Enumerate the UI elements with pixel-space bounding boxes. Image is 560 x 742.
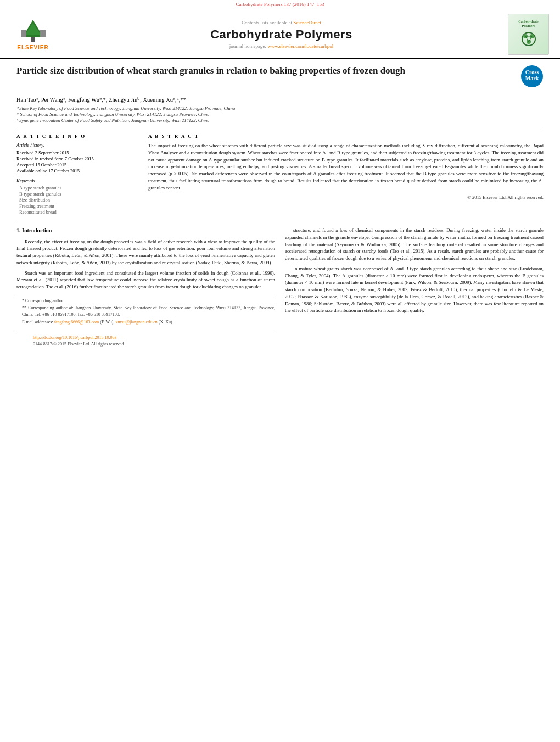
footnote-star: * Corresponding author. <box>22 298 275 304</box>
history-label: Article history: <box>16 142 137 148</box>
affiliation-a: ᵃ State Key laboratory of Food Science a… <box>16 105 544 111</box>
abstract-heading: A B S T R A C T <box>148 133 544 139</box>
keyword-3: Size distribution <box>19 197 137 203</box>
authors-text: Han Taoᵃ, Pei Wangᵃ, Fengfeng Wuᵃ,*, Zhe… <box>16 97 186 103</box>
issn-line: 0144-8617/© 2015 Elsevier Ltd. All right… <box>33 341 259 348</box>
divider-1 <box>16 129 544 129</box>
contents-label: Contents lists available at <box>242 20 292 25</box>
received-date: Received 2 September 2015 <box>16 150 137 155</box>
body-columns: 1. Introduction Recently, the effect of … <box>16 227 544 350</box>
svg-marker-2 <box>25 23 41 35</box>
journal-header-center: Contents lists available at ScienceDirec… <box>55 20 508 49</box>
email1-link[interactable]: fengfeng.6666@163.com <box>54 320 99 325</box>
elsevier-tree-logo <box>18 19 48 43</box>
affiliation-c: ᶜ Synergetic Innovation Center of Food S… <box>16 118 544 123</box>
page: Carbohydrate Polymers 137 (2016) 147–153… <box>0 0 560 742</box>
volume-info-text: Carbohydrate Polymers 137 (2016) 147–153 <box>236 2 324 7</box>
svg-rect-3 <box>21 30 26 37</box>
abstract-text: The impact of freezing on the wheat star… <box>148 142 544 191</box>
sciencedirect-link[interactable]: ScienceDirect <box>294 20 321 25</box>
divider-2 <box>16 221 544 221</box>
article-info-col: A R T I C L E I N F O Article history: R… <box>16 133 137 215</box>
keywords-section: Keywords: A-type starch granules B-type … <box>16 178 137 215</box>
received-revised-date: Received in revised form 7 October 2015 <box>16 156 137 161</box>
journal-logo-text: CarbohydratePolymers <box>518 20 540 48</box>
email-label: E-mail addresses: <box>22 320 53 325</box>
doi-link[interactable]: http://dx.doi.org/10.1016/j.carbpol.2015… <box>33 335 117 340</box>
email2-link[interactable]: xmxu@jiangnan.edu.cn <box>115 320 157 325</box>
keyword-2: B-type starch granules <box>19 191 137 197</box>
journal-homepage: journal homepage: www.elsevier.com/locat… <box>55 43 508 49</box>
homepage-label: journal homepage: <box>229 43 266 49</box>
article-title-section: Particle size distribution of wheat star… <box>16 65 544 92</box>
keyword-1: A-type starch granules <box>19 185 137 191</box>
footnotes: * Corresponding author. ** Corresponding… <box>16 295 275 325</box>
keywords-list: A-type starch granules B-type starch gra… <box>16 185 137 215</box>
article-footer: http://dx.doi.org/10.1016/j.carbpol.2015… <box>16 331 275 350</box>
col2-para1: structure, and found a loss of chemical … <box>285 227 544 262</box>
crossmark-logo: Cross Mark <box>520 65 544 89</box>
journal-name: Carbohydrate Polymers <box>55 27 508 42</box>
keywords-heading: Keywords: <box>16 178 137 183</box>
svg-text:Cross: Cross <box>525 69 539 75</box>
keyword-5: Reconstituted bread <box>19 209 137 215</box>
journal-cover-logo: CarbohydratePolymers <box>508 14 549 55</box>
email-line: E-mail addresses: fengfeng.6666@163.com … <box>22 319 275 326</box>
sciencedirect-line: Contents lists available at ScienceDirec… <box>55 20 508 25</box>
body-col-right: structure, and found a loss of chemical … <box>285 227 544 350</box>
article-history: Received 2 September 2015 Received in re… <box>16 150 137 174</box>
authors-line: Han Taoᵃ, Pei Wangᵃ, Fengfeng Wuᵃ,*, Zhe… <box>16 96 544 103</box>
footnote-double-star: ** Corresponding author at: Jiangnan Uni… <box>22 305 275 317</box>
affiliations: ᵃ State Key laboratory of Food Science a… <box>16 105 544 123</box>
accepted-date: Accepted 15 October 2015 <box>16 162 137 168</box>
section1-title: 1. Introduction <box>16 227 275 235</box>
section1-para1: Recently, the effect of freezing on the … <box>16 238 275 266</box>
homepage-url[interactable]: www.elsevier.com/locate/carbpol <box>267 43 333 49</box>
info-abstract-cols: A R T I C L E I N F O Article history: R… <box>16 133 544 215</box>
svg-rect-4 <box>40 30 46 37</box>
keyword-4: Freezing treatment <box>19 203 137 209</box>
email1-name: (F. Wu), <box>100 320 114 325</box>
body-col-left: 1. Introduction Recently, the effect of … <box>16 227 275 350</box>
elsevier-label: ELSEVIER <box>17 44 48 51</box>
affiliation-b: ᵇ School of Food Science and Technology,… <box>16 111 544 117</box>
article-title: Particle size distribution of wheat star… <box>16 65 520 77</box>
article-info-heading: A R T I C L E I N F O <box>16 133 137 139</box>
journal-header: ELSEVIER Contents lists available at Sci… <box>0 9 560 59</box>
section1-para2: Starch was an important food ingredient … <box>16 270 275 291</box>
volume-info-bar: Carbohydrate Polymers 137 (2016) 147–153 <box>0 0 560 9</box>
article-body: Particle size distribution of wheat star… <box>0 59 560 359</box>
email2-name: (X. Xu). <box>159 320 173 325</box>
doi-line: http://dx.doi.org/10.1016/j.carbpol.2015… <box>33 334 259 341</box>
elsevier-brand: ELSEVIER <box>11 19 55 51</box>
abstract-col: A B S T R A C T The impact of freezing o… <box>148 133 544 215</box>
copyright-notice: © 2015 Elsevier Ltd. All rights reserved… <box>148 194 544 200</box>
col2-para2: In mature wheat grains starch was compos… <box>285 265 544 314</box>
svg-text:Mark: Mark <box>525 75 539 81</box>
available-online-date: Available online 17 October 2015 <box>16 168 137 174</box>
